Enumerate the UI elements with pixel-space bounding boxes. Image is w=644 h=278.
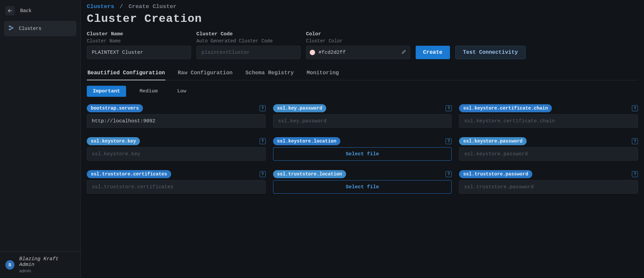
breadcrumb-root[interactable]: Clusters	[87, 3, 114, 10]
help-icon[interactable]: ?	[260, 105, 266, 111]
help-icon[interactable]: ?	[632, 105, 638, 111]
config-field: ssl.keystore.password?	[459, 137, 638, 161]
sidebar: Back Clusters B Blazing Kraft Admin admi…	[0, 0, 81, 278]
config-key-badge: ssl.truststore.location	[273, 170, 346, 178]
tab-raw-configuration[interactable]: Raw Configuration	[177, 67, 233, 80]
svg-point-1	[9, 29, 10, 30]
select-file-button[interactable]: Select file	[273, 180, 452, 194]
cluster-name-sublabel: Cluster Name	[87, 38, 191, 44]
page-title: Cluster Creation	[87, 12, 638, 25]
cluster-code-input[interactable]	[196, 46, 301, 59]
config-input[interactable]	[459, 114, 638, 128]
tab-monitoring[interactable]: Monitoring	[306, 67, 340, 80]
edit-color-icon[interactable]	[401, 49, 407, 56]
config-grid: bootstrap.servers?ssl.key.password?ssl.k…	[87, 104, 638, 194]
config-input[interactable]	[87, 180, 266, 194]
config-key-badge: ssl.keystore.location	[273, 137, 340, 145]
help-icon[interactable]: ?	[446, 171, 452, 177]
level-low[interactable]: Low	[171, 86, 192, 97]
level-important[interactable]: Important	[87, 86, 126, 97]
level-medium[interactable]: Medium	[134, 86, 164, 97]
tab-schema-registry[interactable]: Schema Registry	[245, 67, 295, 80]
sidebar-item-clusters[interactable]: Clusters	[4, 21, 76, 36]
config-key-badge: ssl.keystore.password	[459, 137, 526, 145]
back-icon	[5, 6, 15, 15]
help-icon[interactable]: ?	[632, 138, 638, 144]
importance-levels: ImportantMediumLow	[87, 86, 638, 97]
config-key-badge: ssl.keystore.certificate.chain	[459, 104, 552, 112]
config-input[interactable]	[459, 147, 638, 161]
config-key-badge: ssl.keystore.key	[87, 137, 140, 145]
cluster-name-input[interactable]	[87, 46, 191, 59]
top-form: Cluster Name Cluster Name Cluster Code A…	[87, 31, 638, 59]
color-sublabel: Cluster Color	[306, 38, 410, 44]
help-icon[interactable]: ?	[632, 171, 638, 177]
clusters-icon	[8, 25, 14, 32]
test-connectivity-button[interactable]: Test Connectivity	[455, 46, 526, 59]
breadcrumb: Clusters / Create Cluster	[87, 3, 638, 10]
tab-beautified-configuration[interactable]: Beautified Configuration	[87, 67, 165, 80]
config-field: ssl.truststore.certificates?	[87, 170, 266, 194]
config-field: ssl.keystore.certificate.chain?	[459, 104, 638, 128]
config-key-badge: ssl.truststore.password	[459, 170, 532, 178]
config-field: ssl.key.password?	[273, 104, 452, 128]
back-button[interactable]: Back	[2, 3, 78, 19]
config-input[interactable]	[87, 114, 266, 128]
sidebar-footer: B Blazing Kraft Admin admin	[0, 251, 80, 278]
help-icon[interactable]: ?	[260, 138, 266, 144]
sidebar-item-label: Clusters	[19, 26, 41, 31]
cluster-code-sublabel: Auto Generated Cluster Code	[196, 38, 301, 44]
back-label: Back	[20, 8, 32, 13]
help-icon[interactable]: ?	[260, 171, 266, 177]
config-key-badge: bootstrap.servers	[87, 104, 143, 112]
main-content: Clusters / Create Cluster Cluster Creati…	[81, 0, 644, 278]
config-field: ssl.truststore.password?	[459, 170, 638, 194]
color-value: #fcd2d2ff	[318, 50, 398, 55]
cluster-name-label: Cluster Name	[87, 31, 191, 37]
svg-point-2	[12, 28, 13, 29]
breadcrumb-separator: /	[120, 3, 123, 10]
cluster-code-label: Cluster Code	[196, 31, 301, 37]
help-icon[interactable]: ?	[446, 105, 452, 111]
create-button[interactable]: Create	[416, 46, 450, 59]
config-key-badge: ssl.truststore.certificates	[87, 170, 171, 178]
config-input[interactable]	[459, 180, 638, 194]
config-field: ssl.keystore.key?	[87, 137, 266, 161]
config-tabs: Beautified ConfigurationRaw Configuratio…	[87, 67, 638, 80]
config-input[interactable]	[87, 147, 266, 161]
config-key-badge: ssl.key.password	[273, 104, 326, 112]
breadcrumb-current: Create Cluster	[128, 3, 177, 10]
color-input[interactable]: #fcd2d2ff	[306, 46, 410, 59]
user-role: admin	[19, 268, 75, 273]
user-name: Blazing Kraft Admin	[19, 256, 75, 268]
config-field: ssl.truststore.location?Select file	[273, 170, 452, 194]
config-field: ssl.keystore.location?Select file	[273, 137, 452, 161]
help-icon[interactable]: ?	[446, 138, 452, 144]
avatar[interactable]: B	[5, 260, 14, 270]
svg-point-0	[9, 26, 10, 27]
config-field: bootstrap.servers?	[87, 104, 266, 128]
color-label: Color	[306, 31, 410, 37]
select-file-button[interactable]: Select file	[273, 147, 452, 161]
color-swatch	[310, 50, 315, 55]
config-input[interactable]	[273, 114, 452, 128]
